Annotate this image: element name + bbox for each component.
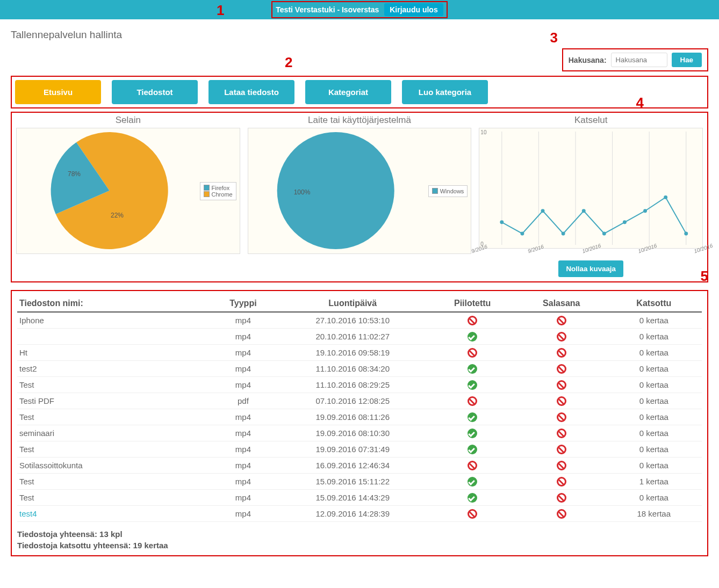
cell-password: [517, 393, 606, 409]
summary-views: Tiedostoja katsottu yhteensä: 19 kertaa: [17, 540, 702, 551]
table-row[interactable]: Htmp419.10.2016 09:58:190 kertaa: [17, 345, 702, 361]
check-icon: [468, 429, 477, 438]
cell-type: mp4: [209, 425, 277, 441]
nav-luo[interactable]: Luo kategoria: [402, 80, 488, 104]
cell-hidden: [428, 409, 517, 425]
forbidden-icon: [557, 316, 566, 325]
logout-button[interactable]: Kirjaudu ulos: [384, 3, 443, 16]
search-input[interactable]: [611, 53, 667, 67]
cell-viewed: 18 kertaa: [606, 506, 702, 522]
cell-password: [517, 474, 606, 490]
cell-hidden: [428, 345, 517, 361]
cell-type: mp4: [209, 490, 277, 506]
table-row[interactable]: mp420.10.2016 11:02:270 kertaa: [17, 329, 702, 345]
cell-name[interactable]: Test: [17, 441, 209, 458]
cell-date: 11.10.2016 08:34:20: [277, 361, 428, 377]
cell-password: [517, 425, 606, 441]
cell-name[interactable]: Testi PDF: [17, 393, 209, 409]
cell-type: mp4: [209, 345, 277, 361]
svg-point-15: [664, 195, 668, 199]
cell-name[interactable]: seminaari: [17, 425, 209, 441]
cell-type: mp4: [209, 458, 277, 474]
xtick: 9/2016: [471, 244, 488, 255]
cell-name[interactable]: Test: [17, 490, 209, 506]
th-type: Tyyppi: [209, 295, 277, 312]
cell-password: [517, 377, 606, 393]
th-hidden: Piilotettu: [428, 295, 517, 312]
forbidden-icon: [557, 332, 566, 342]
table-row[interactable]: Sotilassoittokuntamp416.09.2016 12:46:34…: [17, 458, 702, 474]
cell-hidden: [428, 312, 517, 329]
annotation-3: 3: [550, 30, 558, 46]
cell-password: [517, 329, 606, 345]
cell-viewed: 1 kertaa: [606, 474, 702, 490]
table-row[interactable]: Iphonemp427.10.2016 10:53:100 kertaa: [17, 312, 702, 329]
topbar-title: Testi Verstastuki - Isoverstas: [276, 5, 379, 14]
cell-name[interactable]: test2: [17, 361, 209, 377]
nav-tiedostot[interactable]: Tiedostot: [112, 80, 198, 104]
forbidden-icon: [468, 316, 477, 325]
cell-date: 07.10.2016 12:08:25: [277, 393, 428, 409]
cell-name[interactable]: Sotilassoittokunta: [17, 458, 209, 474]
line-views-svg: [479, 128, 702, 248]
cell-password: [517, 312, 606, 329]
cell-date: 19.10.2016 09:58:19: [277, 345, 428, 361]
table-row[interactable]: Testmp419.09.2016 08:11:260 kertaa: [17, 409, 702, 425]
cell-name[interactable]: Test: [17, 409, 209, 425]
svg-point-7: [500, 220, 504, 224]
cell-name[interactable]: Iphone: [17, 312, 209, 329]
cell-password: [517, 441, 606, 458]
cell-type: mp4: [209, 312, 277, 329]
cell-viewed: 0 kertaa: [606, 312, 702, 329]
cell-date: 27.10.2016 10:53:10: [277, 312, 428, 329]
cell-password: [517, 490, 606, 506]
cell-viewed: 0 kertaa: [606, 361, 702, 377]
forbidden-icon: [557, 380, 566, 390]
annotation-4: 4: [636, 95, 644, 111]
forbidden-icon: [557, 412, 566, 422]
cell-hidden: [428, 441, 517, 458]
cell-date: 19.09.2016 08:11:26: [277, 409, 428, 425]
forbidden-icon: [557, 493, 566, 503]
legend-windows: Windows: [440, 188, 464, 194]
check-icon: [468, 445, 477, 454]
pie2-label: 100%: [294, 188, 311, 196]
cell-viewed: 0 kertaa: [606, 425, 702, 441]
cell-type: mp4: [209, 361, 277, 377]
cell-name[interactable]: Ht: [17, 345, 209, 361]
search-label: Hakusana:: [569, 56, 607, 64]
table-row[interactable]: Testmp415.09.2016 15:11:221 kertaa: [17, 474, 702, 490]
table-row[interactable]: Testi PDFpdf07.10.2016 12:08:250 kertaa: [17, 393, 702, 409]
table-row[interactable]: test4mp412.09.2016 14:28:3918 kertaa: [17, 506, 702, 522]
cell-name[interactable]: Test: [17, 377, 209, 393]
svg-point-12: [602, 231, 606, 235]
cell-hidden: [428, 361, 517, 377]
nav-kategoriat[interactable]: Kategoriat: [305, 80, 391, 104]
topbar-box: Testi Verstastuki - Isoverstas Kirjaudu …: [271, 1, 447, 18]
cell-date: 20.10.2016 11:02:27: [277, 329, 428, 345]
table-row[interactable]: Testmp411.10.2016 08:29:250 kertaa: [17, 377, 702, 393]
nav-lataa[interactable]: Lataa tiedosto: [208, 80, 294, 104]
check-icon: [468, 364, 477, 374]
table-row[interactable]: test2mp411.10.2016 08:34:200 kertaa: [17, 361, 702, 377]
cell-name[interactable]: [17, 329, 209, 345]
table-row[interactable]: Testmp419.09.2016 07:31:490 kertaa: [17, 441, 702, 458]
forbidden-icon: [557, 509, 566, 519]
svg-point-11: [582, 209, 586, 213]
table-row[interactable]: seminaarimp419.09.2016 08:10:300 kertaa: [17, 425, 702, 441]
table-row[interactable]: Testmp415.09.2016 14:43:290 kertaa: [17, 490, 702, 506]
nav-etusivu[interactable]: Etusivu: [15, 80, 101, 104]
cell-viewed: 0 kertaa: [606, 490, 702, 506]
file-table: Tiedoston nimi: Tyyppi Luontipäivä Piilo…: [17, 295, 702, 522]
cell-name[interactable]: Test: [17, 474, 209, 490]
ytick-top: 10: [480, 129, 486, 135]
xtick-row: 9/20169/201610/201610/201610/2016: [479, 249, 703, 256]
cell-type: mp4: [209, 329, 277, 345]
reset-chart-button[interactable]: Nollaa kuvaaja: [558, 260, 623, 277]
file-table-panel: Tiedoston nimi: Tyyppi Luontipäivä Piilo…: [11, 290, 708, 556]
cell-name[interactable]: test4: [17, 506, 209, 522]
search-button[interactable]: Hae: [672, 53, 702, 67]
cell-password: [517, 506, 606, 522]
th-name: Tiedoston nimi:: [17, 295, 209, 312]
cell-hidden: [428, 474, 517, 490]
